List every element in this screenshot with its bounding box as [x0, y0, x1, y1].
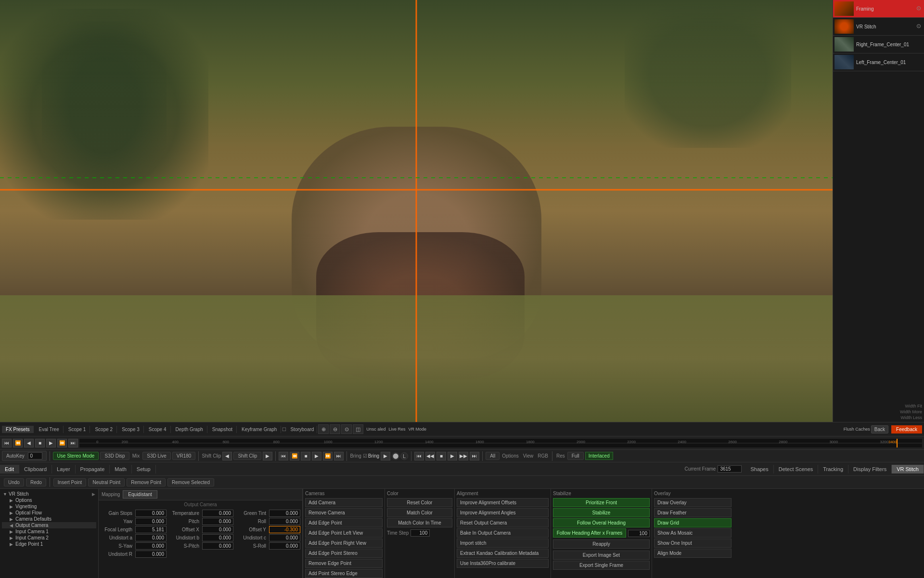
next-frame-btn[interactable]: ⏭ [68, 439, 78, 447]
vr-stitch-tree-item[interactable]: ▼ VR Stitch ▶ [2, 491, 96, 497]
zoom-out-icon[interactable]: ⊖ [330, 424, 340, 434]
autokey-input[interactable] [28, 452, 42, 460]
ffwd-btn[interactable]: ⏩ [57, 439, 67, 447]
right-panel-framing[interactable]: Framing ⊙ [833, 0, 924, 18]
tab-detect-scenes[interactable]: Detect Scenes [774, 465, 819, 473]
match-color-in-time-btn[interactable]: Match Color In Time [387, 518, 452, 527]
follow-overall-btn[interactable]: Follow Overal Heading [553, 518, 650, 527]
add-camera-btn[interactable]: Add Camera [305, 498, 383, 507]
interlaced-btn[interactable]: Interlaced [585, 452, 613, 460]
zoom-fit-icon[interactable]: ⊙ [341, 424, 352, 434]
mapping-value-btn[interactable]: Equidistant [123, 490, 157, 499]
roll-input[interactable] [269, 518, 300, 525]
play-back-btn[interactable]: ◀ [24, 439, 34, 447]
bring-right-btn[interactable]: ▶ [381, 452, 390, 460]
circle-white-btn[interactable]: ⬤ [392, 452, 399, 460]
input-camera-2-tree-item[interactable]: ▶ Input Camera 2 [2, 535, 96, 541]
focal-length-input[interactable] [135, 526, 167, 533]
current-frame-input[interactable] [718, 465, 742, 473]
s3d-disp-btn[interactable]: S3D Disp [100, 452, 129, 460]
vr180-btn[interactable]: VR180 [172, 452, 196, 460]
zoom-options-icon[interactable]: ◫ [353, 424, 363, 434]
rewind-btn[interactable]: ⏪ [13, 439, 23, 447]
vr-mode-btn[interactable]: VR Mode [408, 427, 426, 432]
vignetting-tree-item[interactable]: ▶ Vignetting [2, 503, 96, 510]
tab-clipboard[interactable]: Clipboard [19, 465, 52, 473]
tab-shapes[interactable]: Shapes [745, 465, 773, 473]
add-edge-point-btn[interactable]: Add Edge Point [305, 518, 383, 527]
timeline-shuttle-stop[interactable]: ■ [301, 452, 310, 460]
show-as-mosaic-btn[interactable]: Show As Mosaic [654, 528, 732, 538]
cs-next[interactable]: ⏭ [470, 452, 479, 460]
cs-play2[interactable]: ▶▶ [459, 452, 468, 460]
full-btn[interactable]: Full [567, 452, 584, 460]
prioritize-front-btn[interactable]: Prioritize Front [553, 498, 650, 507]
output-camera-tree-item[interactable]: ◀ Output Camera [2, 522, 96, 528]
tab-snapshot[interactable]: Snapshot [208, 426, 237, 433]
autokey-btn[interactable]: AutoKey [2, 451, 47, 461]
draw-feather-btn[interactable]: Draw Feather [654, 508, 732, 517]
add-edge-point-right-btn[interactable]: Add Edge Point Right View [305, 539, 383, 548]
input-camera-1-tree-item[interactable]: ▶ Input Camera 1 [2, 528, 96, 535]
neutral-point-btn[interactable]: Neutral Point [88, 478, 125, 486]
tab-layer[interactable]: Layer [52, 465, 76, 473]
follow-heading-btn[interactable]: Follow Heading After x Frames [553, 528, 626, 538]
use-insta360-btn[interactable]: Use Insta360Pro calibrate [457, 559, 549, 568]
storyboard-checkbox[interactable]: ☐ [282, 427, 286, 432]
stabilize-btn[interactable]: Stabilize [553, 508, 650, 517]
right-panel-right-frame[interactable]: Right_Frame_Center_01 [833, 36, 924, 53]
timeline-shuttle-prev[interactable]: ⏮ [279, 452, 288, 460]
shift-clip-right-btn[interactable]: ▶ [263, 452, 272, 460]
tab-eval-tree[interactable]: Eval Tree [35, 426, 63, 433]
extract-kandao-btn[interactable]: Extract Kandao Calibration Metadata [457, 549, 549, 558]
tab-keyframe-graph[interactable]: Keyframe Graph [238, 426, 281, 433]
video-viewer[interactable] [0, 0, 833, 422]
tab-tracking[interactable]: Tracking [818, 465, 848, 473]
timeline-shuttle-ffwd[interactable]: ⏩ [323, 452, 333, 460]
optical-flow-tree-item[interactable]: ▶ Optical Flow [2, 510, 96, 516]
s-roll-input[interactable] [269, 542, 300, 550]
tab-scope-3[interactable]: Scope 3 [118, 426, 144, 433]
tab-display-filters[interactable]: Display Filters [848, 465, 892, 473]
draw-grid-btn[interactable]: Draw Grid [654, 518, 732, 527]
timeline-shuttle-next[interactable]: ⏭ [334, 452, 344, 460]
stop-btn[interactable]: ■ [35, 439, 45, 447]
prev-frame-btn[interactable]: ⏮ [2, 439, 12, 447]
follow-heading-input[interactable] [628, 530, 650, 537]
export-single-frame-btn[interactable]: Export Single Frame [553, 561, 650, 570]
feedback-button[interactable]: Feedback [891, 425, 922, 434]
cs-prev[interactable]: ⏮ [414, 452, 424, 460]
offset-y-input[interactable] [269, 526, 300, 533]
reapply-btn[interactable]: Reapply [553, 539, 650, 549]
remove-edge-point-btn[interactable]: Remove Edge Point [305, 559, 383, 568]
timeline-ruler[interactable]: 0 200 400 600 800 1000 1200 1400 1600 18… [79, 439, 922, 447]
import-stitch-btn[interactable]: Import stitch [457, 539, 549, 548]
s-pitch-input[interactable] [202, 542, 233, 550]
time-step-input[interactable] [411, 529, 430, 537]
tab-vr-stitch[interactable]: VR Stitch [892, 465, 924, 473]
bring-checkbox[interactable]: ☑ [363, 453, 367, 459]
tab-scope-1[interactable]: Scope 1 [64, 426, 90, 433]
timeline-shuttle-play[interactable]: ▶ [312, 452, 321, 460]
tab-depth-graph[interactable]: Depth Graph [172, 426, 207, 433]
undistort-r-input[interactable] [135, 551, 167, 558]
undistort-c-input[interactable] [269, 534, 300, 541]
zoom-in-icon[interactable]: ⊕ [318, 424, 329, 434]
edge-point-1-tree-item[interactable]: ▶ Edge Point 1 [2, 541, 96, 547]
bake-in-output-btn[interactable]: Bake In Output Camera [457, 528, 549, 538]
undo-btn[interactable]: Undo [4, 478, 24, 486]
tab-fx-presets[interactable]: FX Presets [2, 426, 34, 433]
cs-play[interactable]: ▶ [448, 452, 457, 460]
live-res-btn[interactable]: Live Res [388, 427, 405, 432]
tab-math[interactable]: Math [110, 465, 131, 473]
add-edge-point-stereo-btn[interactable]: Add Edge Point Stereo [305, 549, 383, 558]
flush-caches-btn[interactable]: Flush Caches [844, 427, 870, 432]
tab-edit[interactable]: Edit [0, 465, 19, 473]
pitch-input[interactable] [202, 518, 233, 525]
shift-clip-btn[interactable]: Shift Clip [233, 452, 261, 460]
timeline-shuttle-rewind[interactable]: ⏪ [290, 452, 299, 460]
options-tree-item[interactable]: ▶ Options [2, 497, 96, 503]
tab-scope-2[interactable]: Scope 2 [91, 426, 117, 433]
remove-selected-btn[interactable]: Remove Selected [167, 478, 214, 486]
add-point-stereo-edge-btn[interactable]: Add Point Stereo Edge [305, 569, 383, 578]
